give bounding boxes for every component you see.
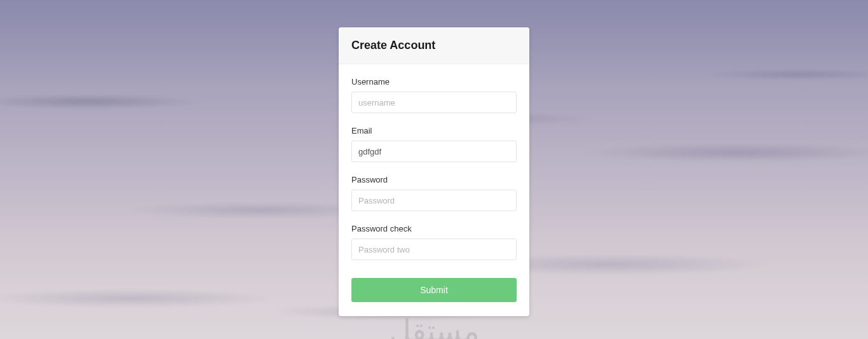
password-input[interactable]: [351, 190, 517, 211]
password-check-group: Password check: [351, 224, 517, 260]
username-label: Username: [351, 77, 517, 86]
email-input[interactable]: [351, 141, 517, 162]
password-check-label: Password check: [351, 224, 517, 233]
card-header: Create Account: [339, 27, 529, 64]
submit-button[interactable]: Submit: [351, 278, 517, 302]
create-account-card: Create Account Username Email Password P…: [339, 27, 529, 316]
email-group: Email: [351, 126, 517, 162]
email-label: Email: [351, 126, 517, 135]
username-group: Username: [351, 77, 517, 113]
card-body: Username Email Password Password check S…: [339, 64, 529, 316]
password-check-input[interactable]: [351, 239, 517, 260]
password-label: Password: [351, 175, 517, 184]
password-group: Password: [351, 175, 517, 211]
username-input[interactable]: [351, 92, 517, 113]
form-title: Create Account: [351, 39, 517, 52]
